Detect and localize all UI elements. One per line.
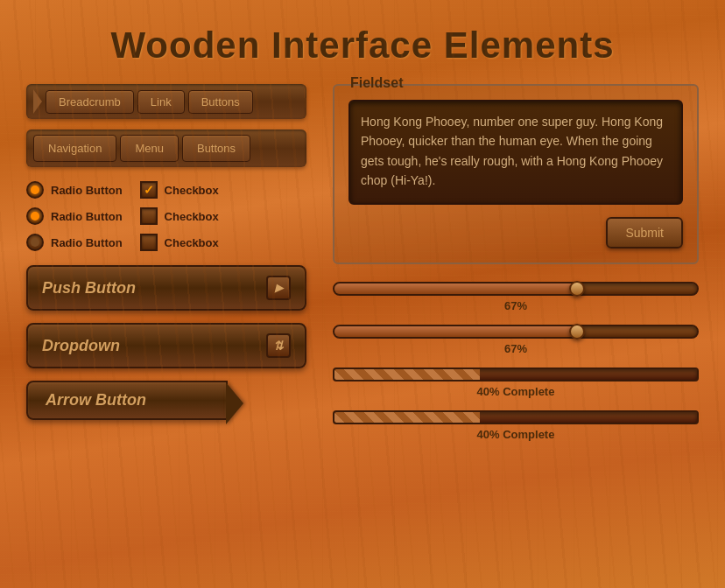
slider-2-thumb[interactable] (569, 324, 585, 340)
dropdown-arrow-icon: ⇅ (266, 333, 291, 358)
push-button-play-icon (266, 276, 291, 300)
push-button-wrap: Push Button (26, 265, 306, 311)
radio-label-3: Radio Button (51, 236, 123, 249)
nav-item-buttons[interactable]: Buttons (182, 135, 250, 162)
breadcrumb-item-2[interactable]: Link (137, 90, 185, 114)
progress-1-wrap: 40% Complete (333, 368, 699, 398)
breadcrumb-arrow-icon (33, 89, 42, 114)
slider-2-track[interactable] (333, 325, 699, 339)
progress-2-label: 40% Complete (477, 428, 555, 441)
nav-item-navigation[interactable]: Navigation (33, 135, 116, 162)
push-button[interactable]: Push Button (26, 265, 306, 311)
radio-group: Radio Button Radio Button Radio Button (26, 181, 123, 251)
dropdown-wrap: Dropdown ⇅ (26, 323, 306, 368)
radio-label-1: Radio Button (51, 184, 123, 197)
radio-indicator-1[interactable] (26, 181, 44, 199)
page-title: Wooden Interface Elements (0, 0, 725, 84)
checkbox-item-1[interactable]: Checkbox (140, 181, 219, 199)
progress-2-fill (334, 412, 480, 423)
left-column: Breadcrumb Link Buttons Navigation Menu … (26, 84, 306, 441)
dropdown-label: Dropdown (42, 337, 120, 355)
radio-indicator-3[interactable] (26, 234, 44, 251)
fieldset-textarea[interactable]: Hong Kong Phooey, number one super guy. … (348, 100, 683, 205)
radio-item-3[interactable]: Radio Button (26, 234, 123, 251)
slider-1-thumb[interactable] (569, 281, 585, 297)
checkbox-indicator-3[interactable] (140, 234, 158, 251)
progress-1-track (333, 368, 699, 382)
breadcrumb-item-1[interactable]: Breadcrumb (46, 90, 134, 114)
submit-row: Submit (348, 217, 683, 248)
progress-1-fill (334, 369, 480, 380)
radio-item-2[interactable]: Radio Button (26, 207, 123, 225)
arrow-button[interactable]: Arrow Button (26, 381, 228, 420)
radio-checkbox-section: Radio Button Radio Button Radio Button C… (26, 181, 306, 251)
checkbox-label-3: Checkbox (165, 236, 219, 249)
checkbox-label-1: Checkbox (165, 184, 219, 197)
arrow-button-wrap: Arrow Button (26, 381, 306, 420)
fieldset-legend: Fieldset (345, 75, 408, 91)
arrow-button-label: Arrow Button (46, 391, 146, 410)
slider-2-fill (334, 326, 577, 337)
fieldset: Fieldset Hong Kong Phooey, number one su… (333, 84, 699, 264)
push-button-label: Push Button (42, 279, 136, 298)
radio-label-2: Radio Button (51, 210, 123, 223)
slider-1-track[interactable] (333, 282, 699, 296)
progress-1-label: 40% Complete (477, 385, 555, 398)
breadcrumb-nav: Breadcrumb Link Buttons (26, 84, 306, 119)
progress-2-wrap: 40% Complete (333, 410, 699, 441)
nav-item-menu[interactable]: Menu (120, 135, 179, 162)
breadcrumb-item-3[interactable]: Buttons (188, 90, 253, 114)
checkbox-item-2[interactable]: Checkbox (140, 207, 219, 225)
dropdown-button[interactable]: Dropdown ⇅ (26, 323, 306, 368)
slider-1-fill (334, 284, 577, 294)
checkbox-item-3[interactable]: Checkbox (140, 234, 219, 251)
slider-2-wrap: 67% (333, 325, 699, 355)
checkbox-group: Checkbox Checkbox Checkbox (140, 181, 219, 251)
radio-indicator-2[interactable] (26, 207, 44, 225)
navigation-nav: Navigation Menu Buttons (26, 130, 306, 167)
radio-item-1[interactable]: Radio Button (26, 181, 123, 199)
checkbox-indicator-2[interactable] (140, 207, 158, 225)
checkbox-indicator-1[interactable] (140, 181, 158, 199)
submit-button[interactable]: Submit (606, 217, 683, 248)
checkbox-label-2: Checkbox (165, 210, 219, 223)
right-column: Fieldset Hong Kong Phooey, number one su… (333, 84, 699, 441)
slider-2-label: 67% (504, 342, 527, 355)
progress-2-track (333, 410, 699, 424)
slider-1-label: 67% (504, 299, 527, 312)
slider-section: 67% 67% 40% Complete 40% Complete (333, 282, 699, 441)
slider-1-wrap: 67% (333, 282, 699, 312)
